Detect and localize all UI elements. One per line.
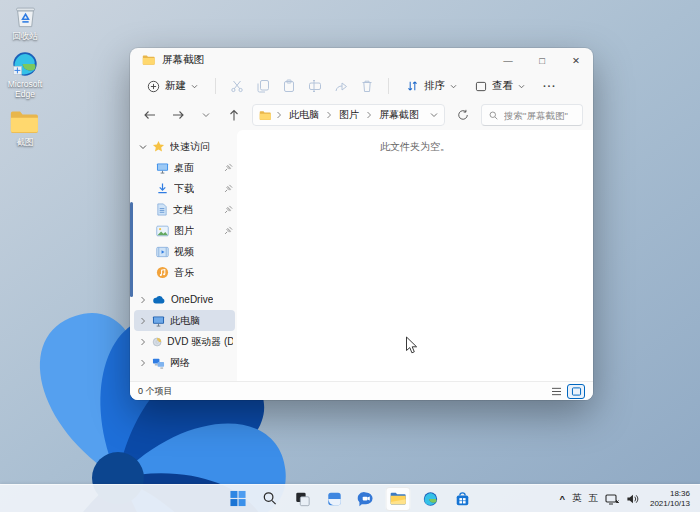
refresh-button[interactable] <box>453 105 473 125</box>
more-options-button[interactable]: ··· <box>536 76 564 96</box>
share-button[interactable] <box>330 76 352 96</box>
sidebar-item-label: 图片 <box>174 224 194 238</box>
desktop-icon-edge[interactable]: Microsoft Edge <box>2 50 48 100</box>
arrow-left-icon <box>143 109 157 121</box>
details-view-button[interactable] <box>547 384 565 399</box>
sidebar-item-quick-access[interactable]: 快速访问 <box>134 136 235 157</box>
paste-button[interactable] <box>278 76 300 96</box>
network-tray-icon[interactable] <box>605 493 619 505</box>
copy-button[interactable] <box>252 76 274 96</box>
new-plus-icon <box>147 80 160 93</box>
search-box[interactable] <box>481 104 583 126</box>
chat-button[interactable] <box>354 487 379 511</box>
chevron-down-icon <box>191 84 198 89</box>
cut-button[interactable] <box>226 76 248 96</box>
onedrive-cloud-icon <box>152 295 166 305</box>
command-bar: 新建 <box>130 72 593 100</box>
chevron-collapsed-icon[interactable] <box>138 338 147 346</box>
minimize-button[interactable]: — <box>491 48 525 72</box>
star-icon <box>152 140 165 153</box>
file-explorer-taskbar-button[interactable] <box>386 487 411 511</box>
sidebar-item-documents[interactable]: 文档 <box>134 199 235 220</box>
forward-button[interactable] <box>168 105 188 125</box>
recent-locations-button[interactable] <box>196 105 216 125</box>
sidebar-item-dvd-drive[interactable]: DVD 驱动器 (D:) C <box>134 331 235 352</box>
chevron-down-icon <box>202 112 210 118</box>
chat-icon <box>358 491 375 507</box>
videos-icon <box>156 246 169 258</box>
edge-taskbar-button[interactable] <box>418 487 443 511</box>
file-explorer-icon <box>389 491 407 506</box>
tray-chevron-up[interactable]: ^ <box>559 493 565 504</box>
new-button[interactable]: 新建 <box>140 75 205 97</box>
sidebar-item-desktop[interactable]: 桌面 <box>134 157 235 178</box>
empty-folder-message: 此文件夹为空。 <box>237 140 593 154</box>
rename-button[interactable] <box>304 76 326 96</box>
up-button[interactable] <box>224 105 244 125</box>
ime-mode-indicator[interactable]: 五 <box>588 492 598 505</box>
close-button[interactable]: ✕ <box>559 48 593 72</box>
chevron-right-icon <box>326 111 332 119</box>
sidebar-item-label: 桌面 <box>174 161 194 175</box>
chevron-right-icon <box>366 111 372 119</box>
view-icon <box>475 81 487 92</box>
breadcrumb[interactable]: 此电脑 图片 屏幕截图 <box>252 104 445 126</box>
sort-icon <box>406 80 419 92</box>
system-tray: ^ 英 五 18:36 2021/10/13 <box>559 485 696 512</box>
title-bar[interactable]: 屏幕截图 — □ ✕ <box>130 48 593 72</box>
start-button[interactable] <box>226 487 251 511</box>
chevron-expanded-icon[interactable] <box>138 144 147 150</box>
view-button[interactable]: 查看 <box>468 75 532 97</box>
sidebar-item-label: OneDrive <box>171 294 213 305</box>
sidebar-item-network[interactable]: 网络 <box>134 352 235 373</box>
clock[interactable]: 18:36 2021/10/13 <box>646 487 694 511</box>
new-button-label: 新建 <box>165 79 186 93</box>
folder-icon <box>9 108 41 136</box>
volume-tray-icon[interactable] <box>626 493 639 505</box>
edge-icon <box>11 50 39 78</box>
search-input[interactable] <box>504 110 575 121</box>
share-icon <box>334 79 348 93</box>
chevron-right-icon <box>276 111 282 119</box>
sidebar-item-this-pc[interactable]: 此电脑 <box>134 310 235 331</box>
sidebar-item-label: DVD 驱动器 (D:) C <box>167 335 233 349</box>
pin-icon <box>224 205 233 214</box>
breadcrumb-this-pc[interactable]: 此电脑 <box>286 107 322 123</box>
dvd-drive-icon <box>152 336 162 348</box>
search-taskbar-button[interactable] <box>258 487 283 511</box>
chevron-collapsed-icon[interactable] <box>138 296 147 304</box>
task-view-icon <box>294 491 310 507</box>
chevron-collapsed-icon[interactable] <box>138 317 147 325</box>
sidebar-item-videos[interactable]: 视频 <box>134 241 235 262</box>
store-taskbar-button[interactable] <box>450 487 475 511</box>
desktop-icon-label: 回收站 <box>12 32 38 42</box>
breadcrumb-pictures[interactable]: 图片 <box>336 107 362 123</box>
sidebar-item-label: 音乐 <box>174 266 194 280</box>
sidebar-item-downloads[interactable]: 下载 <box>134 178 235 199</box>
sidebar-item-music[interactable]: 音乐 <box>134 262 235 283</box>
delete-button[interactable] <box>356 76 378 96</box>
address-bar: 此电脑 图片 屏幕截图 <box>130 100 593 130</box>
desktop-icon-label: Microsoft Edge <box>2 80 48 100</box>
back-button[interactable] <box>140 105 160 125</box>
task-view-button[interactable] <box>290 487 315 511</box>
breadcrumb-screenshots[interactable]: 屏幕截图 <box>376 107 422 123</box>
sort-button[interactable]: 排序 <box>399 75 464 97</box>
maximize-button[interactable]: □ <box>525 48 559 72</box>
network-icon <box>152 357 165 369</box>
desktop-icon-folder[interactable]: 截图 <box>2 108 48 148</box>
file-list-pane[interactable]: 此文件夹为空。 <box>237 130 593 381</box>
chevron-down-icon <box>518 84 525 89</box>
toolbar-separator <box>388 78 389 94</box>
sidebar-item-pictures[interactable]: 图片 <box>134 220 235 241</box>
address-dropdown-chevron-icon[interactable] <box>430 112 438 118</box>
widgets-button[interactable] <box>322 487 347 511</box>
chevron-collapsed-icon[interactable] <box>138 359 147 367</box>
thumbnail-view-button[interactable] <box>567 384 585 399</box>
desktop-icon-recycle-bin[interactable]: 回收站 <box>2 3 48 42</box>
ime-language-indicator[interactable]: 英 <box>572 492 582 505</box>
window-folder-icon <box>142 54 156 66</box>
sidebar-item-onedrive[interactable]: OneDrive <box>134 289 235 310</box>
toolbar-separator <box>215 78 216 94</box>
nav-pane-scrollbar[interactable] <box>130 202 133 297</box>
